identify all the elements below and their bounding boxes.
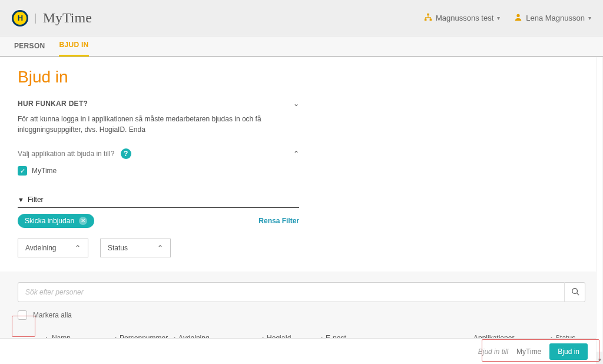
tab-bjud-in[interactable]: BJUD IN [59,35,88,57]
select-all-label: Markera alla [33,311,72,319]
filter-header[interactable]: ▼ Filter [18,196,299,208]
search-button[interactable] [564,282,585,302]
choose-app-label: Välj applikation att bjuda in till? [18,150,114,158]
svg-rect-0 [427,14,429,16]
scroll-down-icon[interactable]: ▾ [596,356,603,363]
hogia-logo: H [12,10,28,27]
dropdown-avdelning[interactable]: Avdelning ⌃ [18,239,88,257]
dropdown-status[interactable]: Status ⌃ [100,239,171,257]
invite-button[interactable]: Bjud in [549,343,588,360]
app-mytime-label: MyTime [32,167,57,175]
app-mytime-checkbox[interactable]: ✓ [18,166,27,176]
tab-person[interactable]: PERSON [14,36,45,56]
top-bar: H | MyTime Magnussons test ▾ Lena Magnus… [0,0,603,37]
user-name: Lena Magnusson [526,14,585,22]
action-footer: Bjud in till MyTime Bjud in [0,338,596,364]
filter-chip-label: Skicka inbjudan [25,217,74,225]
svg-rect-1 [425,19,427,21]
sitemap-icon [424,13,432,23]
footer-prefix: Bjud in till [478,348,508,356]
page-title: Bjud in [18,68,585,87]
dropdown-status-label: Status [108,244,128,252]
filter-chip-skicka-inbjudan[interactable]: Skicka inbjudan ✕ [18,214,94,228]
dropdown-avdelning-label: Avdelning [25,244,57,252]
svg-point-3 [517,14,520,17]
chip-remove-icon[interactable]: ✕ [79,217,87,225]
content-scroll: Bjud in HUR FUNKAR DET? ⌄ För att kunna … [0,57,603,364]
footer-app: MyTime [516,348,541,356]
select-all-checkbox[interactable]: ✓ [18,310,27,320]
caret-down-icon: ▾ [497,15,500,21]
scroll-thumb[interactable] [597,57,602,352]
logo-separator: | [34,12,37,24]
svg-point-4 [572,288,577,293]
user-icon [514,13,522,23]
chevron-up-icon: ⌃ [157,244,163,252]
how-it-works-label: HUR FUNKAR DET? [18,100,88,108]
clear-filter-link[interactable]: Rensa Filter [259,217,299,225]
help-icon[interactable]: ? [121,148,131,159]
how-it-works-text: För att kunna logga in i applikationen s… [18,114,299,135]
brand-name: MyTime [43,10,92,26]
chevron-up-icon[interactable]: ⌃ [293,150,299,158]
search-input[interactable] [18,282,585,302]
chevron-up-icon: ⌃ [75,244,81,252]
search-icon [571,287,579,297]
funnel-icon: ▼ [18,196,24,203]
how-it-works-toggle[interactable]: HUR FUNKAR DET? ⌄ [18,100,299,108]
vertical-scrollbar[interactable]: ▴ ▾ [596,57,603,364]
svg-line-5 [577,293,579,295]
caret-down-icon: ▾ [588,15,591,21]
user-menu[interactable]: Lena Magnusson ▾ [514,13,591,23]
svg-rect-2 [430,19,432,21]
chevron-down-icon: ⌄ [293,100,299,108]
org-switcher[interactable]: Magnussons test ▾ [424,13,500,23]
org-name: Magnussons test [436,14,493,22]
filter-label: Filter [28,196,44,204]
tab-bar: PERSON BJUD IN [0,37,603,57]
